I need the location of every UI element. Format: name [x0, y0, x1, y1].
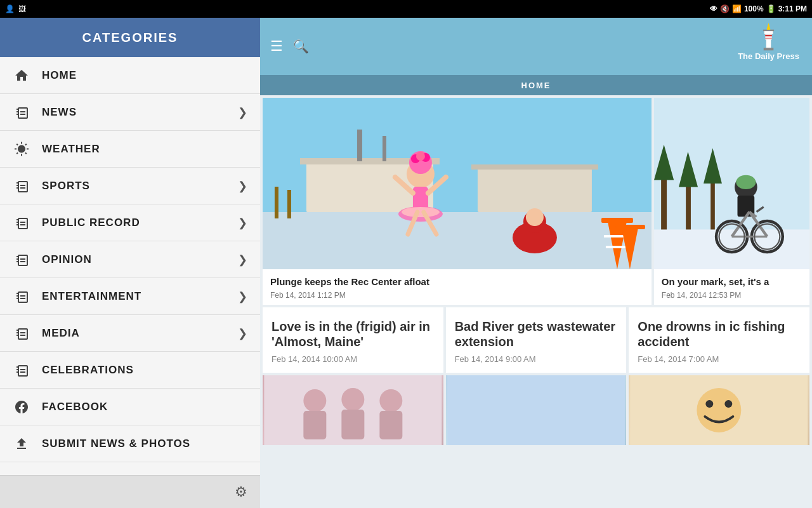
article-card-maine[interactable]: Love is in the (frigid) air in 'Almost, … [263, 307, 443, 373]
articles-row-1: Plunge keeps the Rec Center afloat Feb 1… [263, 98, 809, 305]
svg-rect-34 [601, 218, 633, 223]
sidebar-item-news[interactable]: NEWS ❯ [0, 94, 260, 131]
svg-rect-9 [263, 212, 652, 269]
search-icon[interactable]: 🔍 [293, 39, 309, 54]
sidebar-item-media-label: MEDIA [42, 327, 238, 340]
svg-rect-16 [275, 187, 278, 218]
celebrations-icon [13, 361, 30, 379]
entertainment-arrow-icon: ❯ [238, 290, 247, 304]
article-card-river-content: Bad River gets wastewater extension Feb … [446, 307, 627, 373]
article-card-drowns-content: One drowns in ic fishing accident Feb 14… [629, 307, 809, 373]
media-icon [13, 324, 30, 342]
svg-rect-3 [765, 38, 772, 39]
article-thumb-1[interactable] [263, 375, 443, 445]
sidebar-item-submit[interactable]: SUBMIT NEWS & PHOTOS [0, 425, 260, 462]
svg-rect-43 [686, 180, 691, 229]
hamburger-menu-icon[interactable]: ☰ [270, 38, 283, 55]
svg-rect-45 [710, 177, 715, 230]
sidebar-item-entertainment-label: ENTERTAINMENT [42, 290, 238, 303]
status-bar: 👤 🖼 👁 🔇 📶 100% 🔋 3:11 PM [0, 0, 812, 18]
svg-rect-38 [616, 225, 645, 229]
sidebar: CATEGORIES HOME NEWS ❯ [0, 18, 260, 508]
sidebar-item-submit-label: SUBMIT NEWS & PHOTOS [42, 438, 247, 450]
svg-point-69 [706, 400, 714, 408]
articles-grid: Plunge keeps the Rec Center afloat Feb 1… [260, 95, 812, 508]
article-card-maine-content: Love is in the (frigid) air in 'Almost, … [263, 307, 443, 373]
svg-rect-5 [763, 30, 774, 31]
article-secondary-title: On your mark, set, it's a [662, 276, 802, 288]
sidebar-item-opinion[interactable]: OPINION ❯ [0, 241, 260, 278]
svg-rect-2 [765, 35, 772, 36]
article-card-drowns[interactable]: One drowns in ic fishing accident Feb 14… [629, 307, 809, 373]
sidebar-item-media[interactable]: MEDIA ❯ [0, 315, 260, 352]
submit-icon [13, 435, 30, 453]
article-secondary-bike[interactable]: On your mark, set, it's a Feb 14, 2014 1… [654, 98, 809, 305]
article-featured-date: Feb 14, 2014 1:12 PM [270, 291, 644, 300]
sidebar-item-opinion-label: OPINION [42, 253, 238, 266]
logo-text: The Daily Press [738, 51, 799, 62]
article-featured-plunge[interactable]: Plunge keeps the Rec Center afloat Feb 1… [263, 98, 652, 305]
sidebar-items-list: HOME NEWS ❯ WEATHER [0, 57, 260, 475]
status-right-info: 👁 🔇 📶 100% 🔋 3:11 PM [710, 4, 807, 13]
svg-rect-12 [357, 130, 362, 161]
weather-icon [13, 140, 30, 158]
media-arrow-icon: ❯ [238, 326, 247, 340]
svg-point-64 [379, 389, 402, 412]
svg-point-70 [725, 400, 733, 408]
article-thumb-3[interactable] [629, 375, 809, 445]
sports-arrow-icon: ❯ [238, 179, 247, 193]
svg-rect-41 [661, 173, 667, 229]
eye-icon: 👁 [710, 4, 717, 13]
articles-row-2: Love is in the (frigid) air in 'Almost, … [263, 307, 809, 373]
sidebar-item-saved-stories[interactable]: SAVED STORIES [0, 462, 260, 475]
main-layout: CATEGORIES HOME NEWS ❯ [0, 18, 812, 508]
content-nav: HOME [260, 75, 812, 95]
mute-icon: 🔇 [720, 4, 730, 13]
article-card-drowns-date: Feb 14, 2014 7:00 AM [638, 354, 801, 364]
sidebar-item-public-record-label: PUBLIC RECORD [42, 217, 238, 229]
svg-rect-7 [764, 48, 774, 50]
sidebar-item-weather[interactable]: WEATHER [0, 131, 260, 168]
opinion-arrow-icon: ❯ [238, 253, 247, 267]
article-featured-image [263, 98, 652, 269]
sports-icon [13, 177, 30, 195]
sidebar-item-sports[interactable]: SPORTS ❯ [0, 168, 260, 204]
status-left-icons: 👤 🖼 [5, 4, 26, 13]
svg-rect-61 [303, 411, 326, 439]
article-secondary-meta: On your mark, set, it's a Feb 14, 2014 1… [654, 269, 809, 305]
sidebar-item-celebrations[interactable]: CELEBRATIONS [0, 352, 260, 389]
article-card-river-date: Feb 14, 2014 9:00 AM [455, 354, 618, 364]
clock-time: 3:11 PM [778, 4, 807, 13]
sidebar-item-facebook-label: FACEBOOK [42, 401, 247, 413]
header-logo: The Daily Press [738, 23, 799, 62]
article-card-river[interactable]: Bad River gets wastewater extension Feb … [446, 307, 627, 373]
settings-icon[interactable]: ⚙ [235, 484, 247, 500]
categories-label: CATEGORIES [82, 30, 178, 45]
article-card-drowns-title: One drowns in ic fishing accident [638, 319, 801, 349]
svg-point-28 [402, 207, 440, 217]
content-header: ☰ 🔍 The Daily Pr [260, 18, 812, 75]
content-area: ☰ 🔍 The Daily Pr [260, 18, 812, 508]
sidebar-item-entertainment[interactable]: ENTERTAINMENT ❯ [0, 278, 260, 315]
sidebar-item-news-label: NEWS [42, 106, 238, 119]
articles-row-3 [263, 375, 809, 445]
article-card-maine-title: Love is in the (frigid) air in 'Almost, … [272, 319, 435, 349]
sidebar-item-home[interactable]: HOME [0, 57, 260, 94]
record-icon [13, 214, 30, 232]
nav-home-label: HOME [521, 81, 551, 90]
sidebar-item-public-record[interactable]: PUBLIC RECORD ❯ [0, 204, 260, 241]
home-icon [13, 67, 30, 84]
battery-icon: 🔋 [766, 4, 776, 13]
article-thumb-2[interactable] [446, 375, 627, 445]
svg-rect-63 [341, 410, 364, 439]
article-secondary-image [654, 98, 809, 269]
article-featured-title: Plunge keeps the Rec Center afloat [270, 276, 644, 288]
sidebar-item-weather-label: WEATHER [42, 143, 247, 156]
article-secondary-date: Feb 14, 2014 12:53 PM [662, 291, 802, 300]
article-featured-meta: Plunge keeps the Rec Center afloat Feb 1… [263, 269, 652, 305]
entertainment-icon [13, 288, 30, 305]
sidebar-item-facebook[interactable]: FACEBOOK [0, 389, 260, 425]
svg-rect-15 [471, 164, 598, 170]
svg-point-60 [303, 389, 326, 412]
facebook-icon [13, 398, 30, 416]
